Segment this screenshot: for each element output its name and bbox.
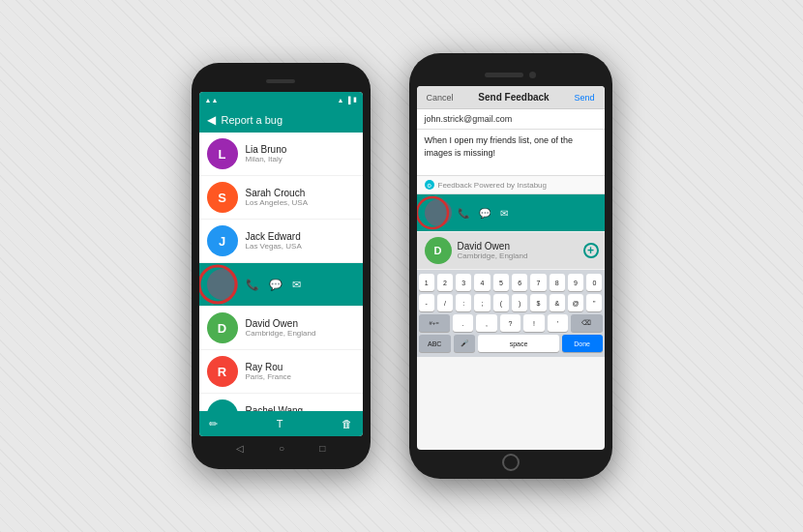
action-icons: 📞 💬 ✉ bbox=[246, 279, 301, 291]
cancel-button[interactable]: Cancel bbox=[427, 93, 454, 103]
key-rparen[interactable]: ) bbox=[512, 294, 527, 311]
android-contact-list: L Lia Bruno Milan, Italy S Sarah Crouch … bbox=[199, 133, 363, 411]
key-7[interactable]: 7 bbox=[530, 274, 546, 291]
ios-chat-icon[interactable]: 💬 bbox=[479, 208, 491, 219]
contact-item-lia[interactable]: L Lia Bruno Milan, Italy bbox=[199, 133, 363, 176]
key-dash[interactable]: - bbox=[419, 294, 434, 311]
contact-sub-jack: Las Vegas, USA bbox=[246, 242, 355, 251]
ios-sub-david: Cambridge, England bbox=[458, 251, 597, 260]
email-icon[interactable]: ✉ bbox=[292, 279, 301, 291]
key-more-symbols[interactable]: #+= bbox=[419, 314, 450, 332]
iphone-home-area bbox=[417, 454, 605, 471]
key-mic[interactable]: 🎤 bbox=[454, 335, 475, 352]
key-quote[interactable]: " bbox=[586, 294, 602, 311]
contact-info-sarah: Sarah Crouch Los Angeles, USA bbox=[246, 188, 355, 207]
ios-email-field[interactable]: john.strick@gmail.com bbox=[417, 109, 605, 130]
ios-message-area[interactable]: When I open my friends list, one of the … bbox=[417, 130, 605, 176]
back-icon[interactable]: ◀ bbox=[207, 113, 216, 127]
contact-item-ray[interactable]: R Ray Rou Paris, France bbox=[199, 350, 363, 394]
key-lparen[interactable]: ( bbox=[493, 294, 509, 311]
avatar-ray: R bbox=[207, 356, 238, 387]
contact-info-jack: Jack Edward Las Vegas, USA bbox=[246, 231, 355, 251]
ios-add-button[interactable]: + bbox=[583, 243, 599, 258]
iphone-screen: Cancel Send Feedback Send john.strick@gm… bbox=[417, 86, 605, 450]
iphone: Cancel Send Feedback Send john.strick@gm… bbox=[409, 53, 612, 479]
signal-icon: ▐ bbox=[346, 97, 351, 103]
contact-name-jack: Jack Edward bbox=[246, 231, 355, 242]
contact-info-lia: Lia Bruno Milan, Italy bbox=[246, 144, 355, 163]
contact-sub-sarah: Los Angeles, USA bbox=[246, 198, 355, 207]
contact-item-sarah[interactable]: S Sarah Crouch Los Angeles, USA bbox=[199, 176, 363, 220]
contact-item-rachel[interactable]: R Rachel Wang Hong Kong, China bbox=[199, 394, 363, 411]
android-camera-area bbox=[199, 73, 363, 90]
contact-item-david[interactable]: D David Owen Cambridge, England bbox=[199, 307, 363, 350]
phone-icon[interactable]: 📞 bbox=[246, 279, 259, 291]
key-abc[interactable]: ABC bbox=[419, 335, 451, 352]
contact-info-ray: Ray Rou Paris, France bbox=[246, 362, 355, 381]
key-8[interactable]: 8 bbox=[550, 274, 565, 291]
network-icon: ▲▲ bbox=[205, 97, 219, 103]
key-dollar[interactable]: $ bbox=[530, 294, 546, 311]
key-amp[interactable]: & bbox=[550, 294, 565, 311]
key-9[interactable]: 9 bbox=[568, 274, 583, 291]
key-1[interactable]: 1 bbox=[419, 274, 434, 291]
ios-contact-david[interactable]: D David Owen Cambridge, England + bbox=[417, 232, 605, 270]
android-bottom-bar: ✏ T 🗑 bbox=[199, 411, 363, 436]
wifi-icon: ▲ bbox=[338, 97, 344, 103]
ios-email-icon[interactable]: ✉ bbox=[500, 208, 508, 219]
ios-name-david: David Owen bbox=[458, 241, 597, 251]
key-colon[interactable]: : bbox=[456, 294, 471, 311]
home-nav-icon[interactable]: ○ bbox=[279, 443, 284, 454]
iphone-camera bbox=[529, 72, 536, 78]
contact-name-david: David Owen bbox=[246, 318, 355, 329]
delete-icon[interactable]: 🗑 bbox=[342, 418, 352, 429]
ios-info-david: David Owen Cambridge, England bbox=[458, 241, 597, 260]
ios-phone-icon[interactable]: 📞 bbox=[458, 208, 469, 219]
key-0[interactable]: 0 bbox=[586, 274, 602, 291]
android-statusbar: ▲▲ ▲ ▐ ▮ bbox=[199, 92, 363, 107]
key-done[interactable]: Done bbox=[562, 335, 603, 352]
text-icon[interactable]: T bbox=[277, 418, 283, 429]
chat-icon[interactable]: 💬 bbox=[269, 279, 283, 291]
key-apostrophe[interactable]: ' bbox=[548, 314, 569, 332]
android-phone: ▲▲ ▲ ▐ ▮ ◀ Report a bug L Lia Bruno Mila… bbox=[192, 63, 371, 469]
key-backspace[interactable]: ⌫ bbox=[571, 314, 602, 332]
key-at[interactable]: @ bbox=[568, 294, 583, 311]
avatar-jack: J bbox=[207, 225, 238, 256]
ios-powered-by: ⚙ Feedback Powered by Instabug bbox=[417, 176, 605, 194]
contact-name-rachel: Rachel Wang bbox=[246, 405, 355, 411]
iphone-home-button[interactable] bbox=[502, 454, 520, 471]
ios-contact-selected[interactable]: 📞 💬 ✉ bbox=[417, 194, 605, 232]
contact-item-selected[interactable]: 📞 💬 ✉ bbox=[199, 263, 363, 307]
statusbar-right-icons: ▲ ▐ ▮ bbox=[338, 96, 357, 103]
contact-name-lia: Lia Bruno bbox=[246, 144, 355, 155]
contact-info-rachel: Rachel Wang Hong Kong, China bbox=[246, 405, 355, 411]
keyboard-row-misc: #+= . , ? ! ' ⌫ bbox=[419, 314, 603, 332]
key-2[interactable]: 2 bbox=[437, 274, 453, 291]
back-nav-icon[interactable]: ◁ bbox=[236, 443, 244, 454]
android-speaker bbox=[266, 79, 295, 83]
contact-sub-ray: Paris, France bbox=[246, 372, 355, 381]
key-slash[interactable]: / bbox=[437, 294, 453, 311]
toolbar-title: Report a bug bbox=[222, 114, 283, 126]
recents-nav-icon[interactable]: □ bbox=[319, 443, 325, 454]
avatar-selected bbox=[207, 269, 238, 300]
key-comma[interactable]: , bbox=[476, 314, 497, 332]
edit-icon[interactable]: ✏ bbox=[209, 418, 218, 430]
ios-avatar-selected bbox=[425, 199, 452, 226]
contact-item-jack[interactable]: J Jack Edward Las Vegas, USA bbox=[199, 220, 363, 263]
key-semicolon[interactable]: ; bbox=[474, 294, 490, 311]
key-4[interactable]: 4 bbox=[474, 274, 490, 291]
keyboard-row-symbols: - / : ; ( ) $ & @ " bbox=[419, 294, 603, 311]
key-6[interactable]: 6 bbox=[512, 274, 527, 291]
key-question[interactable]: ? bbox=[500, 314, 521, 332]
iphone-speaker bbox=[485, 73, 523, 77]
key-3[interactable]: 3 bbox=[456, 274, 471, 291]
key-space[interactable]: space bbox=[478, 335, 559, 352]
key-5[interactable]: 5 bbox=[493, 274, 509, 291]
send-button[interactable]: Send bbox=[574, 93, 594, 103]
key-period[interactable]: . bbox=[453, 314, 474, 332]
key-exclaim[interactable]: ! bbox=[523, 314, 545, 332]
keyboard-row-bottom: ABC 🎤 space Done bbox=[419, 335, 603, 352]
instabug-icon: ⚙ bbox=[425, 180, 434, 190]
